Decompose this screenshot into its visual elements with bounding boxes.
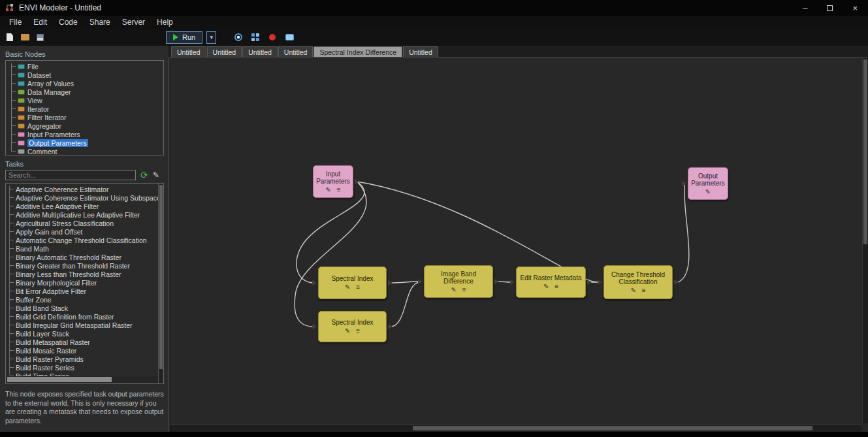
- node-edit-icon[interactable]: ✎: [325, 187, 330, 193]
- task-item-buffer-zone[interactable]: Buffer Zone: [6, 295, 163, 304]
- node-list-icon[interactable]: ≡: [555, 283, 558, 290]
- task-item-adaptive-coherence-estimator-using-subspace-background[interactable]: Adaptive Coherence Estimator Using Subsp…: [6, 193, 163, 202]
- basic-node-input-parameters[interactable]: Input Parameters: [6, 130, 163, 138]
- task-item-build-metaspatial-raster[interactable]: Build Metaspatial Raster: [6, 338, 163, 346]
- node-edit-icon[interactable]: ✎: [705, 189, 711, 195]
- input-port[interactable]: [682, 181, 686, 186]
- basic-node-dataset[interactable]: Dataset: [6, 71, 163, 79]
- edge-5[interactable]: [498, 282, 511, 282]
- node-list-icon[interactable]: ≡: [356, 328, 360, 334]
- output-port[interactable]: [388, 324, 393, 329]
- menu-file[interactable]: File: [3, 18, 27, 27]
- node-edit-icon[interactable]: ✎: [345, 328, 350, 334]
- node-edit-icon[interactable]: ✎: [630, 287, 635, 294]
- task-item-build-grid-definition-from-raster[interactable]: Build Grid Definition from Raster: [6, 312, 163, 321]
- input-port[interactable]: [510, 280, 515, 285]
- task-item-binary-morphological-filter[interactable]: Binary Morphological Filter: [6, 278, 163, 287]
- output-port[interactable]: [355, 179, 359, 184]
- task-item-additive-multiplicative-lee-adaptive-filter[interactable]: Additive Multiplicative Lee Adaptive Fil…: [6, 210, 163, 219]
- basic-node-aggregator[interactable]: Aggregator: [6, 121, 163, 130]
- tasks-vertical-scrollbar[interactable]: [158, 184, 163, 383]
- node-list-icon[interactable]: ≡: [356, 284, 360, 291]
- task-item-adaptive-coherence-estimator[interactable]: Adaptive Coherence Estimator: [6, 185, 163, 193]
- task-item-bit-error-adaptive-filter[interactable]: Bit Error Adaptive Filter: [6, 287, 163, 295]
- task-item-automatic-change-threshold-classification[interactable]: Automatic Change Threshold Classificatio…: [6, 236, 163, 244]
- canvas-horizontal-scrollbar[interactable]: [170, 424, 861, 432]
- menu-share[interactable]: Share: [84, 18, 116, 27]
- node-edit-icon[interactable]: ✎: [345, 284, 350, 291]
- spectral-index-1-node[interactable]: Spectral Index✎≡: [318, 267, 387, 299]
- menu-help[interactable]: Help: [151, 18, 179, 27]
- node-edit-icon[interactable]: ✎: [543, 283, 549, 290]
- task-item-apply-gain-and-offset[interactable]: Apply Gain and Offset: [6, 227, 163, 236]
- input-parameters-node[interactable]: Input Parameters✎≡: [313, 165, 353, 198]
- task-item-build-band-stack[interactable]: Build Band Stack: [6, 304, 163, 312]
- tab-1-untitled[interactable]: Untitled: [207, 46, 242, 57]
- run-dropdown-button[interactable]: ▾: [206, 31, 216, 44]
- run-button[interactable]: Run: [166, 31, 202, 44]
- edit-raster-metadata-node[interactable]: Edit Raster Metadata✎≡: [516, 267, 586, 298]
- fit-view-icon[interactable]: [232, 31, 245, 44]
- task-item-build-layer-stack[interactable]: Build Layer Stack: [6, 329, 163, 338]
- input-port[interactable]: [312, 280, 317, 285]
- edge-7[interactable]: [678, 185, 689, 282]
- task-item-binary-automatic-threshold-raster[interactable]: Binary Automatic Threshold Raster: [6, 253, 163, 261]
- canvas-vertical-scrollbar[interactable]: [862, 58, 868, 423]
- node-edit-icon[interactable]: ✎: [451, 287, 456, 293]
- task-search-input[interactable]: [5, 170, 136, 180]
- maximize-button[interactable]: [827, 5, 833, 11]
- new-file-icon[interactable]: [3, 31, 16, 44]
- task-item-build-mosaic-raster[interactable]: Build Mosaic Raster: [6, 346, 163, 355]
- task-item-build-raster-series[interactable]: Build Raster Series: [6, 363, 163, 372]
- menu-code[interactable]: Code: [53, 18, 84, 27]
- input-port[interactable]: [312, 324, 317, 329]
- change-threshold-classification-node[interactable]: Change Threshold Classification✎≡: [603, 265, 673, 299]
- task-item-additive-lee-adaptive-filter[interactable]: Additive Lee Adaptive Filter: [6, 202, 163, 210]
- tasks-horizontal-scroll-thumb[interactable]: [7, 377, 112, 382]
- input-port[interactable]: [598, 280, 602, 285]
- task-item-band-math[interactable]: Band Math: [6, 244, 163, 253]
- tab-2-untitled[interactable]: Untitled: [242, 46, 278, 57]
- close-button[interactable]: ×: [852, 4, 858, 12]
- output-parameters-node[interactable]: Output Parameters✎: [688, 167, 728, 200]
- task-item-build-irregular-grid-metaspatial-raster[interactable]: Build Irregular Grid Metaspatial Raster: [6, 321, 163, 329]
- model-canvas[interactable]: Input Parameters✎≡Spectral Index✎≡Spectr…: [169, 57, 868, 432]
- layout-grid-icon[interactable]: [249, 31, 262, 44]
- task-item-build-raster-pyramids[interactable]: Build Raster Pyramids: [6, 355, 163, 363]
- basic-node-filter-iterator[interactable]: Filter Iterator: [6, 113, 163, 121]
- canvas-horizontal-scroll-thumb[interactable]: [413, 426, 812, 430]
- menu-edit[interactable]: Edit: [27, 18, 53, 27]
- task-item-binary-greater-than-threshold-raster[interactable]: Binary Greater than Threshold Raster: [6, 261, 163, 270]
- record-icon[interactable]: [266, 31, 279, 44]
- menu-server[interactable]: Server: [116, 18, 151, 27]
- basic-node-output-parameters[interactable]: Output Parameters: [6, 138, 163, 147]
- node-list-icon[interactable]: ≡: [337, 187, 341, 193]
- basic-node-array-of-values[interactable]: Array of Values: [6, 79, 163, 88]
- basic-node-data-manager[interactable]: Data Manager: [6, 88, 163, 96]
- basic-node-file[interactable]: File: [6, 62, 163, 71]
- tab-4-spectral-index-difference[interactable]: Spectral Index Difference: [313, 46, 402, 57]
- open-file-icon[interactable]: [18, 31, 31, 44]
- node-list-icon[interactable]: ≡: [462, 287, 466, 293]
- output-port[interactable]: [494, 279, 499, 284]
- task-item-binary-less-than-threshold-raster[interactable]: Binary Less than Threshold Raster: [6, 270, 163, 278]
- image-band-difference-node[interactable]: Image Band Difference✎≡: [424, 265, 493, 298]
- canvas-vertical-scroll-thumb[interactable]: [863, 59, 867, 244]
- basic-node-view[interactable]: View: [6, 96, 163, 105]
- basic-node-comment[interactable]: Comment: [6, 147, 163, 155]
- output-port[interactable]: [388, 280, 393, 285]
- tab-3-untitled[interactable]: Untitled: [278, 46, 313, 57]
- input-port[interactable]: [418, 279, 423, 284]
- refresh-icon[interactable]: ⟳: [140, 170, 148, 180]
- output-port[interactable]: [587, 280, 592, 285]
- edit-task-icon[interactable]: ✎: [153, 171, 159, 179]
- tasks-vertical-scroll-thumb[interactable]: [159, 185, 163, 369]
- minimize-button[interactable]: –: [803, 4, 807, 12]
- task-item-agricultural-stress-classification[interactable]: Agricultural Stress Classification: [6, 219, 163, 227]
- display-icon[interactable]: [283, 31, 296, 44]
- tab-0-untitled[interactable]: Untitled: [171, 46, 206, 57]
- edge-4[interactable]: [391, 282, 419, 327]
- tasks-horizontal-scrollbar[interactable]: [7, 376, 157, 383]
- edge-3[interactable]: [391, 282, 419, 283]
- basic-node-iterator[interactable]: Iterator: [6, 105, 163, 113]
